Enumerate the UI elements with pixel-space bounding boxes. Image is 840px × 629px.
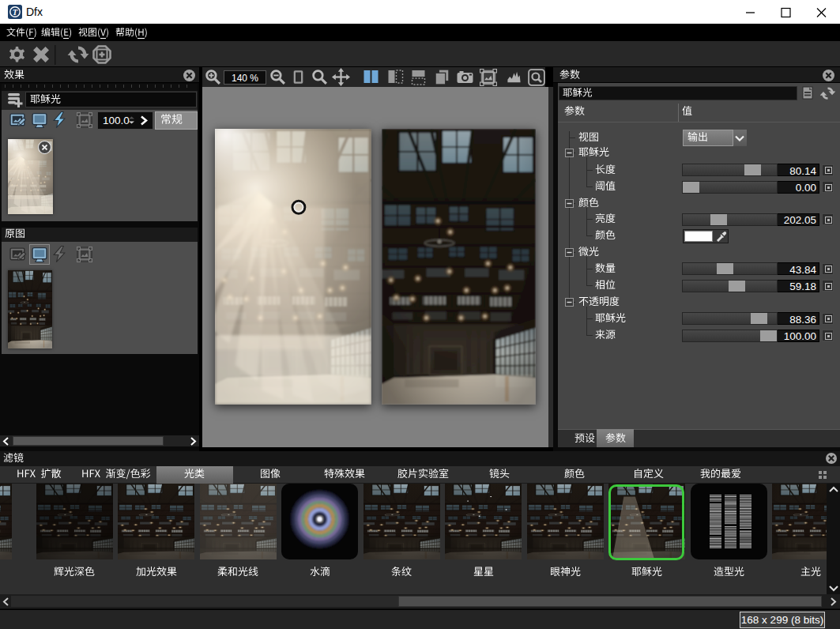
svg-text:T: T [13, 8, 18, 17]
